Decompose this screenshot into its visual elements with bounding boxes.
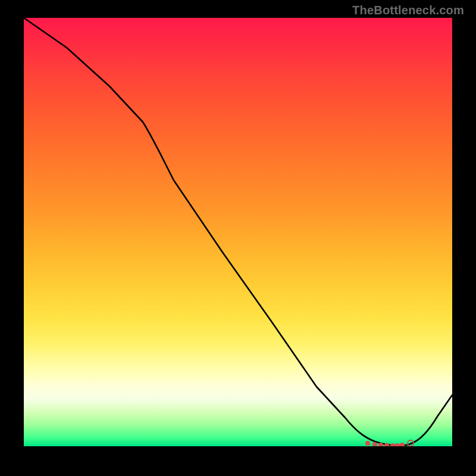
marker-dot bbox=[390, 443, 395, 446]
chart-svg bbox=[24, 18, 452, 446]
plot-area bbox=[24, 18, 452, 446]
chart-container: TheBottleneck.com bbox=[0, 0, 476, 476]
marker-dot bbox=[365, 441, 370, 446]
marker-dot bbox=[400, 443, 405, 446]
watermark-text: TheBottleneck.com bbox=[352, 4, 464, 17]
bottleneck-curve-line bbox=[24, 18, 452, 446]
marker-dot bbox=[395, 443, 400, 446]
